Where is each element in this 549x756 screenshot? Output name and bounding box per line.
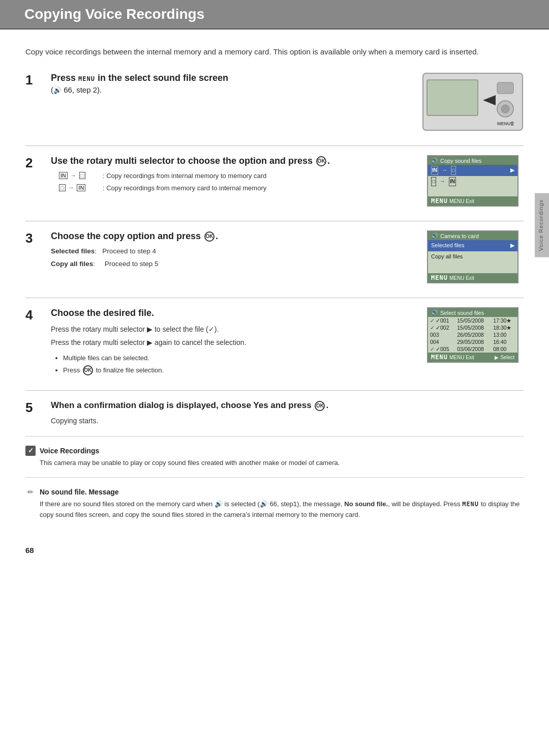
svg-text:MENU: MENU	[497, 121, 511, 126]
lcd2-title: 🔊 Copy sound files	[428, 156, 517, 165]
step-3-sub2: Copy all files: Proceed to step 5	[51, 259, 412, 269]
note-1-body: This camera may be unable to play or cop…	[40, 458, 524, 469]
yes-bold: Yes	[253, 400, 268, 410]
lcd3-row1: Selected files ▶	[428, 240, 517, 251]
step-3-image: 🔊 Camera to card Selected files ▶ Copy a…	[422, 230, 524, 283]
menu-label-lcd4: MENU	[431, 354, 448, 361]
copy-all-text: Proceed to step 5	[105, 260, 159, 268]
svg-text:🗑: 🗑	[510, 121, 515, 126]
lcd4-title: 🔊 Select sound files	[428, 308, 517, 317]
speaker-icon-4: 🔊	[431, 309, 438, 316]
step-2-content: Use the rotary multi selector to choose …	[51, 155, 422, 195]
step-2-heading: Use the rotary multi selector to choose …	[51, 155, 412, 167]
step-4-row: 4 Choose the desired file. Press the rot…	[25, 307, 524, 376]
lcd4-row-4: 004 29/05/2008 16:40	[428, 338, 517, 345]
ok-icon-3: OK	[204, 231, 215, 242]
header-bar: Copying Voice Recordings	[0, 0, 549, 30]
menu-label-note: MENU	[462, 501, 479, 508]
lcd4-table: ✓001 15/05/2008 17:30★ ✓002 15/05/2008 1…	[428, 317, 517, 353]
bullet-2: Press OK to finalize file selection.	[63, 364, 412, 376]
step-2-image: 🔊 Copy sound files IN → □ ▶ □ → IN	[422, 155, 524, 207]
camera-svg: MENU 🗑	[422, 72, 524, 131]
step-1-ref: (🔊 66, step 2).	[51, 85, 102, 94]
step-2-row: 2 Use the rotary multi selector to choos…	[25, 155, 524, 207]
note-2-title: No sound file. Message	[40, 488, 119, 496]
step-1-content: Press MENU in the select sound file scre…	[51, 72, 422, 100]
divider-1	[25, 436, 524, 437]
arrow-icon-2a: ▶	[510, 166, 514, 175]
lcd2-row1: IN → □ ▶	[428, 165, 517, 176]
sub1-text: : Copy recordings from internal memory t…	[103, 171, 266, 181]
speaker-icon-2: 🔊	[431, 157, 438, 164]
step-1-number: 1	[25, 72, 45, 88]
step-3-heading: Choose the copy option and press OK.	[51, 230, 412, 242]
note-1: ✓ Voice Recordings This camera may be un…	[25, 446, 524, 469]
side-tab: Voice Recordings	[535, 193, 549, 257]
main-content: Copy voice recordings between the intern…	[0, 30, 549, 541]
step-3-number: 3	[25, 230, 45, 246]
lcd4-select: ▶ Select	[495, 355, 514, 360]
step-3-sub1: Selected files: Proceed to step 4	[51, 246, 412, 256]
step-4-sep	[25, 390, 524, 391]
ok-icon-2: OK	[316, 156, 326, 166]
lcd4-row-2: ✓002 15/05/2008 18:30★	[428, 324, 517, 331]
step-4-number: 4	[25, 307, 45, 323]
lcd3-row2: Copy all files	[428, 251, 517, 263]
page-number: 68	[25, 546, 34, 555]
note-1-header: ✓ Voice Recordings	[25, 446, 524, 456]
sub2-icon: □ → IN	[59, 183, 100, 193]
svg-rect-1	[427, 80, 478, 115]
copy-all-label: Copy all files	[51, 260, 93, 268]
step-5-body: Copying starts.	[51, 415, 513, 426]
svg-rect-3	[497, 82, 513, 94]
lcd4-row-5: ✓005 03/06/2008 08:00	[428, 345, 517, 353]
note-2: ✏ No sound file. Message If there are no…	[25, 487, 524, 520]
step-4-body2: Press the rotary multi selector ▶ again …	[51, 337, 412, 348]
menu-label-lcd3: MENU	[431, 274, 448, 281]
step-5-number: 5	[25, 400, 45, 416]
lcd3-title: 🔊 Camera to card	[428, 231, 517, 240]
step-4-content: Choose the desired file. Press the rotar…	[51, 307, 422, 376]
menu-label-lcd2: MENU	[431, 197, 448, 205]
lcd2-row2: □ → IN	[428, 176, 517, 187]
note-1-title: Voice Recordings	[40, 447, 99, 455]
note-2-header: ✏ No sound file. Message	[25, 487, 524, 497]
step-2-sub2: □ → IN : Copy recordings from memory car…	[59, 183, 412, 193]
step-2-number: 2	[25, 155, 45, 171]
step-1-row: 1 Press MENU in the select sound file sc…	[25, 72, 524, 131]
step-1-heading: Press MENU in the select sound file scre…	[51, 72, 412, 96]
ok-icon-5: OK	[315, 401, 325, 411]
lcd-screen-4: 🔊 Select sound files ✓001 15/05/2008 17:…	[427, 307, 518, 363]
checkmark-icon: ✓	[25, 446, 36, 456]
page-container: Copying Voice Recordings Voice Recording…	[0, 0, 549, 756]
step-4-body1: Press the rotary multi selector ▶ to sel…	[51, 324, 412, 335]
step-3-row: 3 Choose the copy option and press OK. S…	[25, 230, 524, 283]
divider-2	[25, 477, 524, 478]
step-1-sep	[25, 146, 524, 146]
step-4-bullets: Multiple files can be selected. Press OK…	[63, 352, 412, 376]
sub1-icon: IN → □	[59, 171, 100, 181]
speaker-icon-3: 🔊	[431, 232, 438, 239]
lcd2-footer: MENU MENU Exit	[428, 196, 517, 206]
page-title: Copying Voice Recordings	[24, 6, 204, 22]
bullet-1: Multiple files can be selected.	[63, 352, 412, 364]
intro-text: Copy voice recordings between the intern…	[25, 46, 524, 58]
menu-label-1: MENU	[78, 75, 95, 82]
lcd3-footer: MENU MENU Exit	[428, 273, 517, 282]
lcd4-row-1: ✓001 15/05/2008 17:30★	[428, 317, 517, 324]
svg-point-5	[501, 105, 509, 113]
selected-files-text: Proceed to step 4	[102, 247, 156, 255]
page-bottom: 68	[0, 541, 549, 560]
step-5-row: 5 When a confirmation dialog is displaye…	[25, 400, 524, 426]
arrow-icon-3a: ▶	[510, 241, 514, 250]
pencil-icon: ✏	[25, 487, 36, 497]
step-3-sep	[25, 298, 524, 298]
sub2-text: : Copy recordings from memory card to in…	[103, 183, 266, 193]
selected-files-label: Selected files	[51, 247, 95, 255]
lcd-screen-2: 🔊 Copy sound files IN → □ ▶ □ → IN	[427, 155, 518, 207]
ok-icon-4: OK	[83, 365, 93, 375]
speaker-icon-note: 🔊	[215, 500, 223, 508]
lcd-screen-3: 🔊 Camera to card Selected files ▶ Copy a…	[427, 230, 518, 283]
lcd4-row-3: 003 26/05/2008 13:00	[428, 331, 517, 338]
step-5-heading: When a confirmation dialog is displayed,…	[51, 400, 513, 411]
